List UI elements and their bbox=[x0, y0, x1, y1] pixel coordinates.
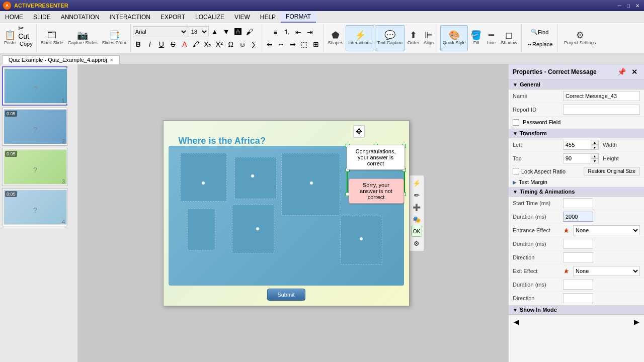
minimize-button[interactable]: ─ bbox=[616, 2, 623, 9]
duration-input[interactable] bbox=[563, 212, 593, 222]
entrance-effect-select[interactable]: None bbox=[573, 225, 640, 235]
find-button[interactable]: 🔍 Find bbox=[528, 27, 551, 38]
highlight-button[interactable]: 🖍 bbox=[191, 39, 202, 50]
restore-button[interactable]: □ bbox=[625, 2, 632, 9]
exit-effect-select[interactable]: None bbox=[573, 266, 640, 276]
project-settings-button[interactable]: ⚙ Project Settings bbox=[562, 25, 598, 51]
font-size-select[interactable]: 18 bbox=[189, 26, 209, 37]
map-region-af[interactable] bbox=[232, 205, 274, 253]
justify-button[interactable]: ⬚ bbox=[299, 39, 310, 50]
restore-size-button[interactable]: Restore Original Size bbox=[584, 167, 640, 175]
move-handle[interactable]: ✥ bbox=[353, 125, 365, 138]
context-btn-2[interactable]: ✏ bbox=[411, 190, 422, 201]
decrease-font-button[interactable]: ▼ bbox=[221, 26, 232, 37]
subscript-button[interactable]: X₂ bbox=[202, 39, 213, 50]
map-region-eu[interactable] bbox=[234, 157, 277, 199]
password-checkbox[interactable] bbox=[513, 119, 519, 126]
paste-button[interactable]: 📋 Paste bbox=[2, 25, 18, 51]
panel-scroll-right[interactable]: ▶ bbox=[631, 316, 642, 327]
panel-scroll-left[interactable]: ◀ bbox=[511, 316, 522, 327]
report-id-input[interactable] bbox=[563, 105, 640, 115]
cut-button[interactable]: ✂ Cut bbox=[18, 27, 29, 38]
top-input[interactable] bbox=[563, 153, 591, 163]
replace-button[interactable]: ↔ Replace bbox=[524, 39, 555, 50]
exit-direction-input[interactable] bbox=[563, 293, 593, 303]
text-caption-button[interactable]: 💬 Text Caption bbox=[375, 25, 405, 51]
left-up[interactable]: ▲ bbox=[591, 140, 599, 145]
panel-pin-button[interactable]: 📌 bbox=[616, 66, 627, 77]
bold-button[interactable]: B bbox=[133, 39, 144, 50]
context-btn-4[interactable]: 🎭 bbox=[411, 214, 422, 225]
entrance-direction-input[interactable] bbox=[563, 252, 593, 262]
lock-aspect-checkbox[interactable] bbox=[513, 168, 519, 174]
format-painter-button[interactable]: 🖌 bbox=[244, 26, 255, 37]
menu-interaction[interactable]: INTERACTION bbox=[105, 11, 155, 23]
outdent-button[interactable]: ⇤ bbox=[293, 27, 304, 38]
file-tab[interactable]: Quiz Example - Quiz_Example_4.approj × bbox=[2, 55, 120, 64]
panel-close-button[interactable]: ✕ bbox=[629, 66, 640, 77]
strikethrough-button[interactable]: S bbox=[168, 39, 179, 50]
section-text-margin[interactable]: ▶ Text Margin bbox=[509, 177, 644, 187]
menu-export[interactable]: EXPORT bbox=[155, 11, 190, 23]
underline-button[interactable]: U bbox=[156, 39, 167, 50]
clear-format-button[interactable]: 🅰 bbox=[232, 26, 244, 37]
menu-annotation[interactable]: ANNOTATION bbox=[56, 11, 105, 23]
menu-localize[interactable]: LOCALIZE bbox=[190, 11, 229, 23]
align-center-button[interactable]: ↔ bbox=[276, 39, 287, 50]
font-family-select[interactable]: Arial bbox=[133, 26, 188, 37]
slide-thumb-1[interactable]: 0:05 ? 1 bbox=[2, 66, 67, 106]
shapes-button[interactable]: ⬟ Shapes bbox=[326, 25, 346, 51]
close-button[interactable]: ✕ bbox=[634, 2, 641, 9]
menu-help[interactable]: HELP bbox=[255, 11, 281, 23]
context-btn-3[interactable]: ➕ bbox=[411, 202, 422, 213]
submit-button[interactable]: Submit bbox=[267, 289, 305, 301]
italic-button[interactable]: I bbox=[144, 39, 155, 50]
math-button[interactable]: ∑ bbox=[249, 39, 260, 50]
slides-from-button[interactable]: 📑 Slides From bbox=[100, 25, 128, 51]
quick-style-button[interactable]: 🎨 Quick Style bbox=[440, 25, 468, 51]
context-btn-5[interactable]: ⚙ bbox=[411, 238, 422, 249]
section-general[interactable]: ▼ General bbox=[509, 80, 644, 89]
increase-font-button[interactable]: ▲ bbox=[209, 26, 220, 37]
slide-thumb-3[interactable]: 0:05 ? 3 bbox=[2, 148, 67, 186]
align-left-button[interactable]: ⬅ bbox=[264, 39, 275, 50]
indent-button[interactable]: ⇥ bbox=[304, 27, 315, 38]
capture-slides-button[interactable]: 📷 Capture Slides bbox=[66, 25, 100, 51]
align-right-button[interactable]: ➡ bbox=[287, 39, 298, 50]
context-btn-1[interactable]: ⚡ bbox=[411, 177, 422, 189]
menu-format[interactable]: FORMAT bbox=[281, 11, 316, 23]
window-controls[interactable]: ─ □ ✕ bbox=[616, 2, 641, 9]
left-down[interactable]: ▼ bbox=[591, 145, 599, 150]
section-timing[interactable]: ▼ Timing & Animations bbox=[509, 187, 644, 197]
slide-thumb-4[interactable]: 0:05 ? 4 bbox=[2, 188, 67, 226]
menu-slide[interactable]: SLIDE bbox=[28, 11, 56, 23]
numbering-button[interactable]: ⒈ bbox=[281, 27, 292, 38]
menu-home[interactable]: HOME bbox=[0, 11, 28, 23]
line-button[interactable]: ━ Line bbox=[484, 25, 498, 51]
copy-button[interactable]: Copy bbox=[18, 38, 34, 49]
columns-button[interactable]: ⊞ bbox=[310, 39, 321, 50]
fill-button[interactable]: 🪣 Fill bbox=[468, 25, 484, 51]
emoji-button[interactable]: ☺ bbox=[237, 39, 248, 50]
map-region-sa[interactable] bbox=[187, 209, 215, 250]
menu-view[interactable]: VIEW bbox=[229, 11, 255, 23]
slide-thumb-2[interactable]: 0:05 ? 2 bbox=[2, 108, 67, 146]
name-input[interactable] bbox=[563, 91, 640, 101]
superscript-button[interactable]: X² bbox=[214, 39, 225, 50]
top-down[interactable]: ▼ bbox=[591, 158, 599, 163]
context-btn-ok[interactable]: OK bbox=[411, 226, 422, 237]
exit-duration-input[interactable] bbox=[563, 280, 593, 290]
section-transform[interactable]: ▼ Transform bbox=[509, 129, 644, 138]
close-tab-button[interactable]: × bbox=[110, 57, 113, 63]
top-up[interactable]: ▲ bbox=[591, 153, 599, 158]
special-char-button[interactable]: Ω bbox=[225, 39, 236, 50]
map-region-na[interactable] bbox=[180, 153, 227, 202]
left-input[interactable] bbox=[563, 140, 591, 150]
entrance-duration-input[interactable] bbox=[563, 239, 593, 249]
blank-slide-button[interactable]: 🗔 Blank Slide bbox=[39, 25, 65, 51]
interactions-button[interactable]: ⚡ Interactions bbox=[346, 25, 374, 51]
section-show-in-mode[interactable]: ▼ Show In Mode bbox=[509, 305, 644, 315]
bullets-button[interactable]: ≡ bbox=[270, 27, 281, 38]
shadow-button[interactable]: ◻ Shadow bbox=[499, 25, 519, 51]
align-objects-button[interactable]: ⊫ Align bbox=[422, 25, 436, 51]
